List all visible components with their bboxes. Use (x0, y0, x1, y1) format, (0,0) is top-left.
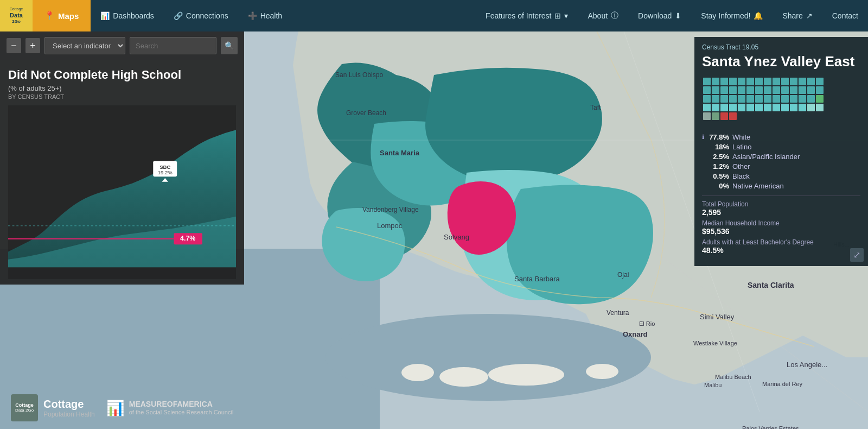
download-icon: ⬇ (675, 11, 681, 20)
svg-rect-93 (790, 104, 797, 111)
maps-nav-item[interactable]: 📍 Maps (33, 0, 91, 31)
health-nav-item[interactable]: ➕ Health (238, 0, 292, 31)
svg-rect-72 (729, 95, 737, 103)
svg-text:Westlake Village: Westlake Village (693, 340, 737, 346)
svg-point-6 (488, 364, 564, 386)
features-nav-item[interactable]: Features of Interest ⊞ ▾ (476, 0, 578, 31)
median-income-row: Median Household Income $95,536 (702, 219, 860, 236)
svg-rect-52 (799, 78, 806, 85)
about-label: About (588, 11, 608, 20)
svg-rect-66 (799, 86, 806, 94)
logo-text: Cottage Data 2Go (10, 7, 23, 24)
chart-subtitle: (% of adults 25+) (8, 84, 236, 92)
health-icon: ➕ (248, 11, 257, 20)
moa-logo: 📊 MEASUREOFAMERICA of the Social Science… (106, 399, 234, 417)
svg-rect-85 (720, 104, 728, 111)
svg-text:Vandenberg Village: Vandenberg Village (362, 206, 419, 213)
features-chevron: ▾ (564, 11, 568, 20)
asian-label: Asian/Pacific Islander (732, 153, 860, 161)
about-nav-item[interactable]: About ⓘ (578, 0, 628, 31)
race-row-asian: ℹ 2.5% Asian/Pacific Islander (702, 153, 860, 161)
svg-rect-97 (703, 112, 711, 120)
dashboards-nav-item[interactable]: 📊 Dashboards (91, 0, 164, 31)
svg-rect-60 (746, 86, 754, 94)
expand-popup-button[interactable]: ⤢ (850, 248, 864, 262)
svg-rect-96 (816, 104, 824, 111)
latino-label: Latino (732, 143, 860, 151)
chart-area: 4.7% SBC 19.2% (8, 105, 236, 279)
popup-tract-label: Census Tract 19.05 (702, 43, 860, 51)
connections-icon: 🔗 (174, 11, 183, 20)
stay-informed-icon: 🔔 (754, 11, 763, 20)
native-label: Native American (732, 182, 860, 190)
race-row-latino: ℹ 18% Latino (702, 143, 860, 151)
svg-rect-55 (703, 86, 711, 94)
contact-nav-item[interactable]: Contact (822, 0, 868, 31)
svg-rect-56 (712, 86, 719, 94)
app-logo[interactable]: Cottage Data 2Go (0, 0, 33, 31)
svg-rect-88 (746, 104, 754, 111)
svg-rect-78 (781, 95, 789, 103)
svg-rect-59 (738, 86, 745, 94)
share-nav-item[interactable]: Share ↗ (773, 0, 822, 31)
svg-text:Lompoc: Lompoc (377, 222, 403, 230)
share-label: Share (782, 11, 802, 20)
indicator-select[interactable]: Select an indicator (44, 37, 125, 54)
maps-label: Maps (58, 11, 79, 21)
race-row-white: ℹ 77.8% White (702, 133, 860, 141)
svg-text:4.7%: 4.7% (180, 235, 195, 243)
dashboard-icon: 📊 (100, 11, 110, 20)
race-row-black: ℹ 0.5% Black (702, 172, 860, 180)
chart-byline: BY CENSUS TRACT (8, 93, 236, 100)
median-income-value: $95,536 (702, 227, 860, 236)
zoom-in-button[interactable]: + (25, 38, 40, 53)
cottage-icon: Cottage Data 2Go (11, 394, 38, 421)
search-button[interactable]: 🔍 (221, 37, 238, 54)
svg-rect-99 (720, 112, 728, 120)
svg-rect-63 (773, 86, 780, 94)
stay-informed-nav-item[interactable]: Stay Informed! 🔔 (691, 0, 773, 31)
cottage-name: Cottage (43, 398, 95, 411)
svg-rect-82 (816, 95, 824, 103)
total-pop-value: 2,595 (702, 208, 860, 217)
svg-rect-45 (738, 78, 745, 85)
health-label: Health (260, 11, 282, 20)
race-chart-svg: /* grid dots */ (702, 77, 854, 131)
svg-rect-91 (773, 104, 780, 111)
white-label: White (732, 133, 860, 141)
popup-title: Santa Ynez Valley East (702, 53, 860, 70)
svg-rect-69 (703, 95, 711, 103)
svg-rect-62 (764, 86, 771, 94)
svg-rect-80 (799, 95, 806, 103)
svg-rect-65 (790, 86, 797, 94)
svg-rect-94 (799, 104, 806, 111)
search-input[interactable] (130, 37, 216, 54)
other-pct: 1.2% (707, 162, 729, 171)
bottom-logos: Cottage Data 2Go Cottage Population Heal… (0, 387, 244, 429)
svg-text:Taft: Taft (590, 104, 601, 111)
svg-rect-51 (790, 78, 797, 85)
cottage-sub: Population Health (43, 411, 95, 418)
svg-point-3 (326, 314, 651, 401)
black-pct: 0.5% (707, 172, 729, 180)
zoom-out-button[interactable]: − (7, 38, 21, 53)
svg-rect-70 (712, 95, 719, 103)
race-row-other: ℹ 1.2% Other (702, 162, 860, 171)
svg-rect-61 (755, 86, 763, 94)
connections-nav-item[interactable]: 🔗 Connections (164, 0, 238, 31)
left-panel: − + Select an indicator 🔍 Did Not Comple… (0, 31, 244, 285)
info-popup: Census Tract 19.05 Santa Ynez Valley Eas… (694, 37, 868, 266)
about-icon: ⓘ (611, 11, 618, 21)
share-icon: ↗ (806, 11, 813, 20)
svg-rect-49 (773, 78, 780, 85)
download-nav-item[interactable]: Download ⬇ (628, 0, 691, 31)
svg-text:SBC: SBC (159, 164, 170, 170)
bachelors-value: 48.5% (702, 246, 860, 255)
contact-label: Contact (832, 11, 858, 20)
svg-text:Ventura: Ventura (607, 309, 629, 317)
svg-rect-58 (729, 86, 737, 94)
svg-rect-90 (764, 104, 771, 111)
svg-rect-84 (712, 104, 719, 111)
svg-point-5 (439, 367, 488, 387)
svg-rect-68 (816, 86, 824, 94)
